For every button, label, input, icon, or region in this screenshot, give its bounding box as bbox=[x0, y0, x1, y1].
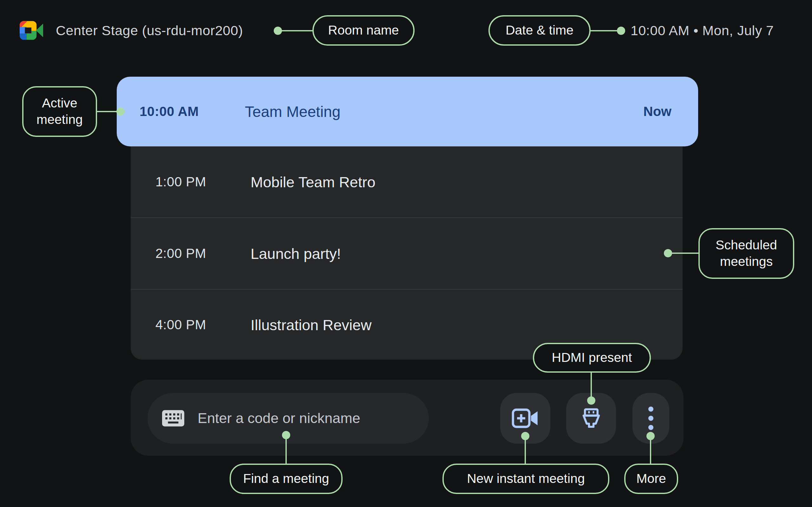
hdmi-plug-icon bbox=[580, 407, 602, 429]
meeting-time: 2:00 PM bbox=[155, 246, 206, 261]
annotation-label: New instant meeting bbox=[467, 470, 585, 487]
vertical-dots-icon bbox=[648, 406, 653, 430]
annotation-line-find-meeting bbox=[286, 438, 287, 464]
annotation-dot-active-meeting bbox=[116, 107, 125, 116]
annotation-new-instant-meeting: New instant meeting bbox=[443, 464, 609, 494]
active-meeting-time: 10:00 AM bbox=[140, 104, 199, 119]
annotation-date-time: Date & time bbox=[489, 15, 591, 46]
annotation-dot-scheduled bbox=[664, 249, 672, 257]
annotation-label: Date & time bbox=[506, 22, 573, 39]
annotation-dot-room-name bbox=[274, 26, 282, 35]
annotation-label: Find a meeting bbox=[243, 470, 329, 487]
room-name: Center Stage (us-rdu-mor200) bbox=[56, 23, 243, 38]
meeting-title: Launch party! bbox=[251, 245, 341, 262]
date-time: 10:00 AM • Mon, July 7 bbox=[630, 23, 774, 38]
active-meeting-status: Now bbox=[643, 104, 671, 119]
meet-room-display: Center Stage (us-rdu-mor200) 10:00 AM • … bbox=[0, 0, 812, 507]
annotation-label: Room name bbox=[328, 22, 399, 39]
annotation-line-active-meeting bbox=[96, 111, 117, 112]
annotation-hdmi-present: HDMI present bbox=[533, 343, 651, 373]
annotation-dot-new-meeting bbox=[521, 432, 529, 440]
meeting-row[interactable]: 2:00 PM Launch party! bbox=[131, 218, 682, 289]
annotation-line-more bbox=[650, 439, 651, 464]
annotation-label: Active meeting bbox=[33, 95, 87, 128]
annotation-more: More bbox=[624, 464, 678, 494]
annotation-line-new-meeting bbox=[525, 439, 526, 464]
bottom-action-bar bbox=[131, 380, 683, 456]
code-input-field[interactable] bbox=[197, 410, 416, 427]
active-meeting-row[interactable]: 10:00 AM Team Meeting Now bbox=[117, 77, 698, 147]
annotation-label: More bbox=[636, 470, 666, 487]
google-meet-logo bbox=[20, 21, 43, 41]
meeting-title: Mobile Team Retro bbox=[251, 173, 375, 191]
annotation-line-date-time bbox=[591, 30, 618, 32]
annotation-dot-hdmi bbox=[587, 396, 595, 405]
annotation-line-room-name bbox=[278, 30, 312, 32]
annotation-label: Scheduled meetings bbox=[711, 237, 781, 270]
annotation-active-meeting: Active meeting bbox=[22, 86, 97, 137]
annotation-dot-find-meeting bbox=[282, 431, 290, 439]
meeting-row[interactable]: 1:00 PM Mobile Team Retro bbox=[131, 147, 682, 217]
annotation-dot-date-time bbox=[617, 26, 625, 35]
annotation-label: HDMI present bbox=[552, 349, 632, 366]
annotation-scheduled-meetings: Scheduled meetings bbox=[699, 228, 794, 279]
meeting-time: 4:00 PM bbox=[155, 317, 206, 332]
scheduled-meetings-card: 1:00 PM Mobile Team Retro 2:00 PM Launch… bbox=[131, 147, 682, 360]
keyboard-icon bbox=[162, 410, 184, 427]
video-camera-plus-icon bbox=[512, 408, 539, 428]
annotation-room-name: Room name bbox=[312, 15, 415, 46]
meeting-title: Illustration Review bbox=[251, 316, 371, 333]
annotation-line-hdmi bbox=[591, 372, 592, 397]
annotation-find-a-meeting: Find a meeting bbox=[230, 464, 343, 494]
active-meeting-title: Team Meeting bbox=[245, 103, 340, 120]
meeting-time: 1:00 PM bbox=[155, 174, 206, 189]
annotation-dot-more bbox=[647, 432, 655, 440]
annotation-line-scheduled bbox=[670, 252, 699, 254]
